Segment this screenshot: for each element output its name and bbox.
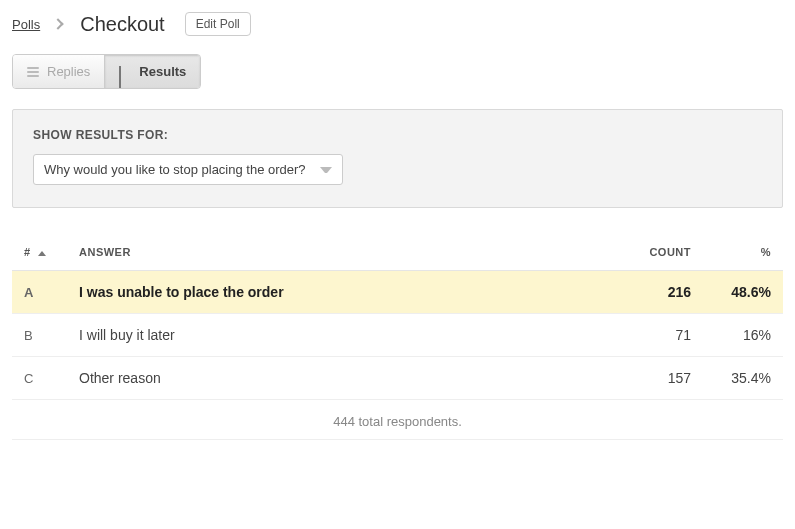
chevron-right-icon bbox=[53, 18, 64, 29]
replies-icon bbox=[27, 67, 39, 77]
row-percent: 48.6% bbox=[703, 271, 783, 314]
results-filter-panel: SHOW RESULTS FOR: Why would you like to … bbox=[12, 109, 783, 208]
page-title: Checkout bbox=[80, 13, 165, 36]
sort-asc-icon bbox=[38, 251, 46, 256]
row-index: A bbox=[12, 271, 67, 314]
tab-replies-label: Replies bbox=[47, 64, 90, 79]
table-row: C Other reason 157 35.4% bbox=[12, 357, 783, 400]
question-dropdown-value: Why would you like to stop placing the o… bbox=[44, 162, 306, 177]
table-row: A I was unable to place the order 216 48… bbox=[12, 271, 783, 314]
respondents-total: 444 total respondents. bbox=[12, 400, 783, 440]
tab-results-label: Results bbox=[139, 64, 186, 79]
col-percent[interactable]: % bbox=[703, 238, 783, 271]
question-dropdown[interactable]: Why would you like to stop placing the o… bbox=[33, 154, 343, 185]
row-answer: Other reason bbox=[67, 357, 561, 400]
filter-label: SHOW RESULTS FOR: bbox=[33, 128, 762, 142]
results-icon bbox=[119, 66, 131, 78]
table-header-row: # ANSWER COUNT % bbox=[12, 238, 783, 271]
row-percent: 16% bbox=[703, 314, 783, 357]
edit-poll-button[interactable]: Edit Poll bbox=[185, 12, 251, 36]
chevron-down-icon bbox=[320, 167, 332, 173]
col-count[interactable]: COUNT bbox=[561, 238, 703, 271]
table-row: B I will buy it later 71 16% bbox=[12, 314, 783, 357]
tab-results[interactable]: Results bbox=[104, 55, 200, 88]
tab-replies[interactable]: Replies bbox=[13, 55, 104, 88]
col-answer[interactable]: ANSWER bbox=[67, 238, 561, 271]
results-table: # ANSWER COUNT % A I was unable to place… bbox=[12, 238, 783, 400]
view-tabs: Replies Results bbox=[12, 54, 201, 89]
row-count: 216 bbox=[561, 271, 703, 314]
col-index-label: # bbox=[24, 246, 31, 258]
breadcrumb: Polls Checkout Edit Poll bbox=[12, 12, 783, 36]
row-index: B bbox=[12, 314, 67, 357]
row-index: C bbox=[12, 357, 67, 400]
row-count: 71 bbox=[561, 314, 703, 357]
row-answer: I will buy it later bbox=[67, 314, 561, 357]
row-count: 157 bbox=[561, 357, 703, 400]
row-answer: I was unable to place the order bbox=[67, 271, 561, 314]
row-percent: 35.4% bbox=[703, 357, 783, 400]
breadcrumb-parent-link[interactable]: Polls bbox=[12, 17, 40, 32]
col-index[interactable]: # bbox=[12, 238, 67, 271]
